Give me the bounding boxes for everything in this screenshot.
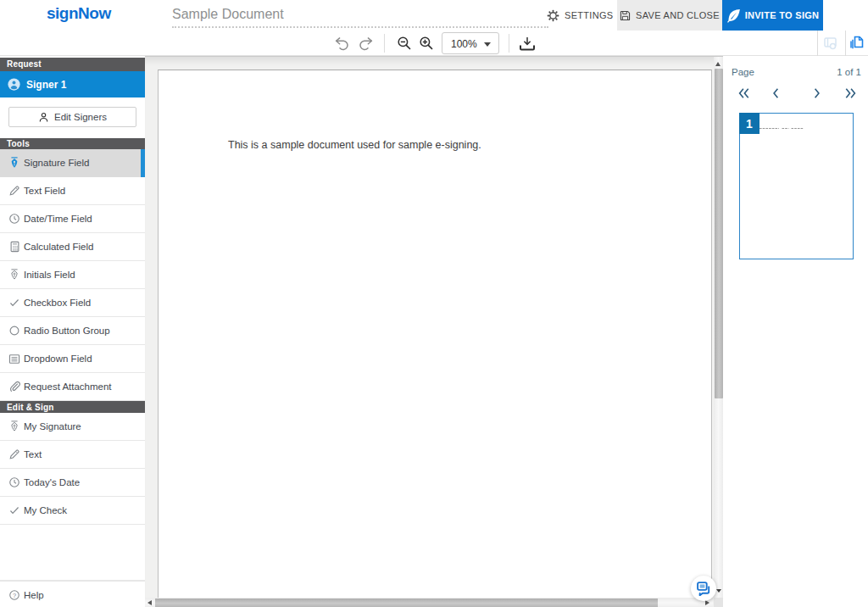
- svg-text:?: ?: [13, 591, 16, 599]
